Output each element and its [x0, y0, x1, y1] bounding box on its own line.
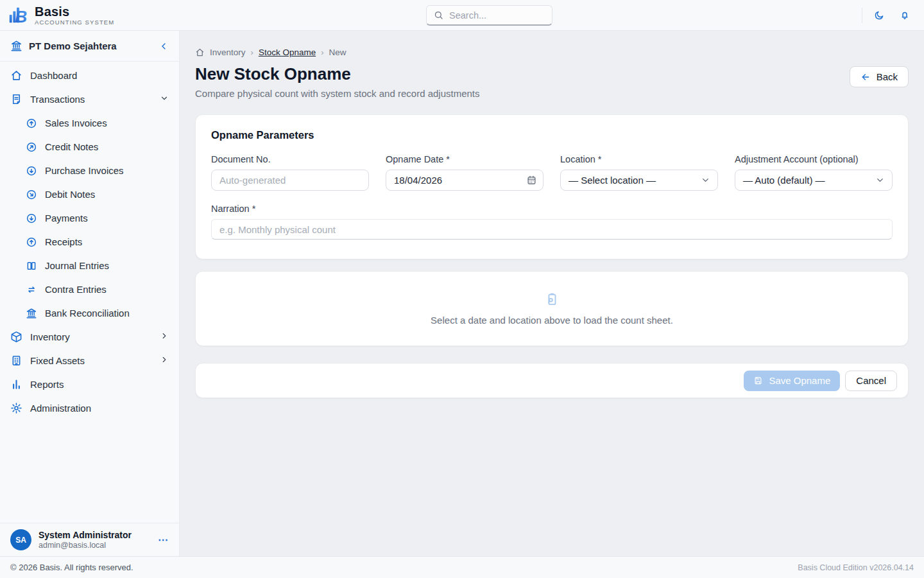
sidebar-item-payments[interactable]: Payments	[0, 206, 179, 230]
parameters-grid: Document No. Opname Date * Loca	[211, 154, 893, 191]
home-icon	[10, 69, 22, 82]
opname-date-label: Opname Date *	[386, 154, 543, 164]
sidebar-item-purchase-invoices[interactable]: Purchase Invoices	[0, 159, 179, 182]
field-opname-date: Opname Date *	[386, 154, 543, 191]
svg-text:B: B	[15, 7, 27, 26]
back-button[interactable]: Back	[850, 66, 909, 87]
narration-input[interactable]	[211, 219, 893, 240]
arrow-down-right-circle-icon	[26, 189, 37, 200]
sidebar-item-label: Purchase Invoices	[45, 165, 124, 176]
sidebar-item-label: Transactions	[30, 94, 85, 105]
page-title: New Stock Opname	[195, 64, 480, 83]
chevron-right-icon	[160, 355, 169, 364]
form-action-bar: Save Opname Cancel	[195, 363, 909, 398]
version-text: Basis Cloud Edition v2026.04.14	[798, 563, 914, 572]
avatar[interactable]: SA	[10, 529, 31, 550]
sidebar-item-label: Reports	[30, 379, 64, 390]
location-select[interactable]: — Select location —	[560, 170, 718, 191]
sidebar-item-label: Contra Entries	[45, 284, 107, 295]
sidebar-item-contra-entries[interactable]: Contra Entries	[0, 277, 179, 301]
back-button-label: Back	[877, 71, 898, 82]
chevron-down-icon	[876, 176, 884, 184]
chevron-down-icon	[701, 176, 710, 184]
chevron-right-icon	[160, 331, 169, 340]
sidebar-collapse-button[interactable]	[158, 41, 169, 51]
sidebar: PT Demo Sejahtera Dashboard Transactions	[0, 31, 180, 556]
arrow-down-circle-icon	[26, 213, 37, 224]
company-selector: PT Demo Sejahtera	[0, 31, 179, 62]
page-title-block: New Stock Opname Compare physical count …	[195, 64, 480, 99]
sidebar-item-label: Fixed Assets	[30, 355, 85, 366]
save-opname-button[interactable]: Save Opname	[744, 371, 840, 391]
topbar-actions	[862, 8, 924, 23]
field-adjustment-account: Adjustment Account (optional) — Auto (de…	[735, 154, 893, 191]
document-no-input[interactable]	[211, 170, 369, 191]
sidebar-item-bank-reconciliation[interactable]: Bank Reconciliation	[0, 301, 179, 325]
user-info: System Administrator admin@basis.local	[38, 530, 132, 550]
sidebar-item-dashboard[interactable]: Dashboard	[0, 64, 179, 87]
sidebar-nav: Dashboard Transactions Sales Invoices Cr…	[0, 62, 179, 523]
sidebar-item-inventory[interactable]: Inventory	[0, 325, 179, 349]
user-menu-button[interactable]: ⋯	[158, 534, 169, 546]
arrow-down-circle-icon	[26, 165, 37, 177]
sidebar-item-label: Receipts	[45, 236, 82, 247]
main-content: Inventory › Stock Opname › New New Stock…	[180, 31, 924, 556]
sidebar-item-label: Payments	[45, 213, 88, 223]
user-email: admin@basis.local	[38, 541, 132, 550]
bank-icon	[26, 308, 37, 319]
save-icon	[753, 376, 763, 385]
sidebar-item-reports[interactable]: Reports	[0, 372, 179, 396]
company-name: PT Demo Sejahtera	[29, 40, 117, 51]
footer: © 2026 Basis. All rights reserved. Basis…	[0, 556, 924, 578]
count-sheet-empty-state: Select a date and location above to load…	[195, 271, 909, 346]
user-name: System Administrator	[38, 530, 132, 541]
app-window: B Basis ACCOUNTING SYSTEM PT	[0, 0, 924, 578]
search-input[interactable]	[449, 10, 545, 21]
sidebar-item-transactions[interactable]: Transactions	[0, 87, 179, 111]
sidebar-item-label: Inventory	[30, 331, 70, 342]
brand: B Basis ACCOUNTING SYSTEM	[0, 4, 180, 26]
sidebar-item-credit-notes[interactable]: Credit Notes	[0, 135, 179, 159]
cancel-button[interactable]: Cancel	[845, 371, 897, 391]
copyright-text: © 2026 Basis. All rights reserved.	[10, 563, 133, 572]
arrow-left-icon	[860, 72, 871, 82]
calendar-button[interactable]	[526, 175, 537, 186]
field-narration: Narration *	[211, 204, 893, 240]
location-label: Location *	[560, 154, 718, 164]
swap-arrows-icon	[26, 284, 37, 295]
book-open-icon	[26, 260, 37, 272]
moon-icon	[873, 10, 885, 21]
sidebar-item-debit-notes[interactable]: Debit Notes	[0, 182, 179, 206]
breadcrumb: Inventory › Stock Opname › New	[195, 48, 909, 57]
global-search[interactable]	[426, 5, 552, 26]
bell-icon	[899, 10, 911, 21]
breadcrumb-item-stock-opname[interactable]: Stock Opname	[259, 48, 316, 57]
top-bar: B Basis ACCOUNTING SYSTEM	[0, 0, 924, 31]
save-opname-label: Save Opname	[769, 375, 830, 386]
sidebar-item-fixed-assets[interactable]: Fixed Assets	[0, 349, 179, 372]
breadcrumb-item-new: New	[329, 48, 346, 57]
calendar-icon	[526, 175, 537, 186]
empty-state-message: Select a date and location above to load…	[431, 315, 673, 326]
sidebar-item-administration[interactable]: Administration	[0, 396, 179, 420]
home-icon[interactable]	[195, 48, 205, 57]
adjustment-account-select[interactable]: — Auto (default) —	[735, 170, 893, 191]
sidebar-item-journal-entries[interactable]: Journal Entries	[0, 254, 179, 277]
sidebar-item-label: Journal Entries	[45, 260, 109, 271]
section-title: Opname Parameters	[211, 129, 893, 141]
arrow-up-circle-icon	[26, 236, 37, 248]
notifications-button[interactable]	[898, 9, 911, 22]
narration-label: Narration *	[211, 204, 893, 214]
sidebar-item-sales-invoices[interactable]: Sales Invoices	[0, 111, 179, 135]
receipt-icon	[10, 93, 22, 105]
sidebar-item-label: Administration	[30, 403, 91, 414]
field-location: Location * — Select location —	[560, 154, 718, 191]
dark-mode-toggle[interactable]	[873, 9, 886, 22]
opname-date-input[interactable]	[386, 170, 543, 191]
breadcrumb-item-inventory[interactable]: Inventory	[210, 48, 246, 57]
sidebar-item-label: Bank Reconciliation	[45, 308, 130, 319]
sidebar-item-receipts[interactable]: Receipts	[0, 230, 179, 254]
sidebar-item-label: Credit Notes	[45, 141, 98, 152]
sidebar-item-label: Dashboard	[30, 70, 77, 81]
brand-name: Basis	[35, 5, 114, 18]
